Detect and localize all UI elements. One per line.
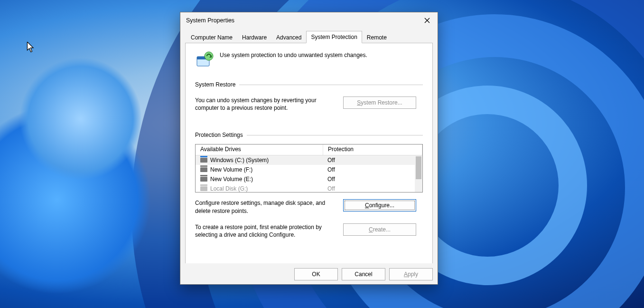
btn-rest: pply <box>408 271 418 278</box>
window-title: System Properties <box>186 17 234 24</box>
col-available-drives[interactable]: Available Drives <box>196 144 323 155</box>
group-protection-settings: Protection Settings <box>195 132 423 138</box>
col-protection[interactable]: Protection <box>323 144 422 155</box>
close-button[interactable] <box>420 14 434 27</box>
divider <box>247 135 423 135</box>
system-restore-desc: You can undo system changes by reverting… <box>195 96 337 112</box>
group-system-restore: System Restore <box>195 81 423 88</box>
group-label-text: Protection Settings <box>195 132 243 138</box>
wallpaper-blob <box>19 57 142 181</box>
dialog-footer: OK Cancel Apply <box>180 263 438 284</box>
drive-icon <box>200 186 207 191</box>
tab-system-protection[interactable]: System Protection <box>306 31 362 43</box>
drive-icon <box>200 177 207 182</box>
tab-row: Computer Name Hardware Advanced System P… <box>180 30 438 43</box>
ok-button[interactable]: OK <box>294 268 338 280</box>
configure-button[interactable]: Configure... <box>343 199 416 212</box>
svg-point-2 <box>205 52 213 60</box>
btn-mnemonic: A <box>404 271 408 278</box>
drive-protection: Off <box>323 176 422 183</box>
drive-name: Windows (C:) (System) <box>210 157 269 164</box>
system-protection-icon <box>195 51 213 69</box>
system-restore-button[interactable]: System Restore... <box>343 96 416 109</box>
drive-icon <box>200 158 207 163</box>
drive-name: New Volume (E:) <box>210 176 253 183</box>
btn-mnemonic: C <box>365 202 369 209</box>
mouse-cursor-icon <box>27 42 35 53</box>
apply-button[interactable]: Apply <box>389 268 433 280</box>
drives-table[interactable]: Available Drives Protection Windows (C:)… <box>195 144 423 192</box>
create-button[interactable]: Create... <box>343 223 416 236</box>
btn-rest: ystem Restore... <box>361 99 402 106</box>
drive-name: New Volume (F:) <box>210 166 252 173</box>
tab-advanced[interactable]: Advanced <box>271 31 306 43</box>
drive-icon <box>200 167 207 172</box>
table-body: Windows (C:) (System) Off New Volume (F:… <box>196 155 422 192</box>
table-row[interactable]: New Volume (E:) Off <box>196 174 422 184</box>
btn-rest: reate... <box>373 226 391 233</box>
tab-hardware[interactable]: Hardware <box>237 31 271 43</box>
system-properties-dialog: System Properties Computer Name Hardware… <box>180 12 438 285</box>
table-row[interactable]: Windows (C:) (System) Off <box>196 155 422 165</box>
table-row[interactable]: New Volume (F:) Off <box>196 165 422 174</box>
tab-computer-name[interactable]: Computer Name <box>186 31 237 43</box>
table-header: Available Drives Protection <box>196 144 422 155</box>
titlebar[interactable]: System Properties <box>180 12 438 29</box>
configure-desc: Configure restore settings, manage disk … <box>195 199 337 214</box>
cancel-button[interactable]: Cancel <box>342 268 385 280</box>
intro-row: Use system protection to undo unwanted s… <box>195 51 423 69</box>
btn-rest: onfigure... <box>369 202 394 209</box>
intro-text: Use system protection to undo unwanted s… <box>220 51 367 58</box>
drive-protection: Off <box>323 157 422 164</box>
scrollbar[interactable] <box>415 155 422 192</box>
group-label-text: System Restore <box>195 81 235 88</box>
table-row[interactable]: Local Disk (G:) Off <box>196 184 422 192</box>
close-icon <box>424 18 430 23</box>
btn-mnemonic: C <box>369 226 373 233</box>
tab-remote[interactable]: Remote <box>362 31 392 43</box>
divider <box>239 85 423 85</box>
drive-protection: Off <box>323 166 422 173</box>
create-desc: To create a restore point, first enable … <box>195 223 337 239</box>
scrollbar-thumb[interactable] <box>416 156 421 179</box>
drive-protection: Off <box>323 185 422 192</box>
drive-name: Local Disk (G:) <box>210 185 248 192</box>
tab-page-system-protection: Use system protection to undo unwanted s… <box>185 43 433 276</box>
